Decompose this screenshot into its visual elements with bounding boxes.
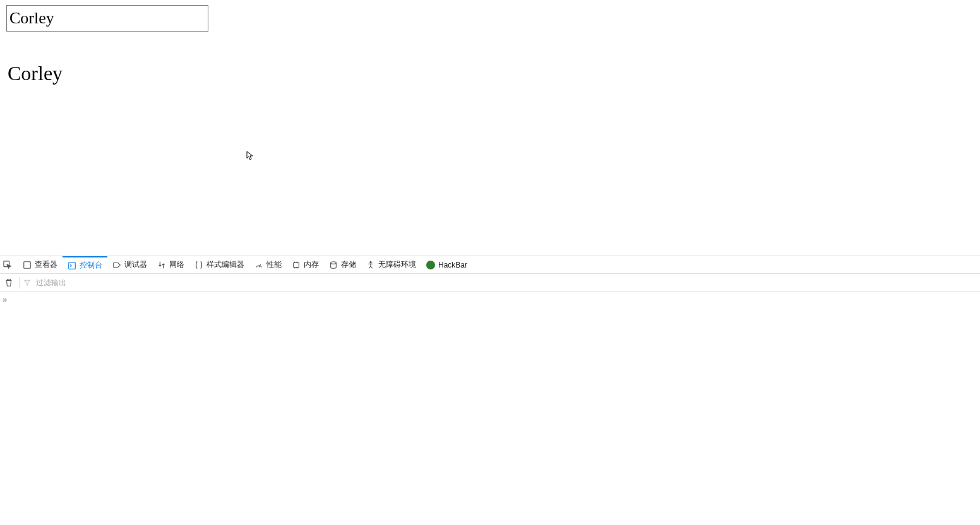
tab-network[interactable]: 网络 <box>152 256 189 273</box>
tab-console[interactable]: 控制台 <box>63 256 107 273</box>
prompt-chevrons-icon: » <box>3 295 6 304</box>
svg-rect-2 <box>69 262 76 269</box>
console-filter-input[interactable] <box>36 274 980 291</box>
tab-label: 查看器 <box>35 259 57 270</box>
storage-icon <box>329 261 338 269</box>
tab-label: 网络 <box>169 259 184 270</box>
filter-icon <box>23 278 32 287</box>
tab-label: 内存 <box>304 259 319 270</box>
tab-accessibility[interactable]: 无障碍环境 <box>361 256 421 273</box>
tab-label: 样式编辑器 <box>206 259 244 270</box>
inspector-icon <box>23 261 32 269</box>
network-icon <box>157 261 166 269</box>
text-input[interactable] <box>6 5 208 32</box>
svg-point-5 <box>370 261 372 263</box>
tab-label: 无障碍环境 <box>378 259 416 270</box>
tab-debugger[interactable]: 调试器 <box>107 256 152 273</box>
accessibility-icon <box>366 261 375 269</box>
tab-label: 存储 <box>341 259 356 270</box>
svg-rect-1 <box>24 261 31 268</box>
svg-point-4 <box>331 261 337 264</box>
tab-style-editor[interactable]: 样式编辑器 <box>189 256 249 273</box>
tab-performance[interactable]: 性能 <box>249 256 287 273</box>
console-prompt-row[interactable]: » <box>0 292 980 307</box>
tab-hackbar[interactable]: HackBar <box>421 256 472 273</box>
svg-rect-3 <box>294 262 299 267</box>
devtools-panel: 查看器 控制台 调试器 <box>0 256 980 525</box>
style-editor-icon <box>194 261 203 269</box>
divider <box>19 277 20 288</box>
tab-label: 调试器 <box>124 259 147 270</box>
tab-storage[interactable]: 存储 <box>324 256 361 273</box>
tab-inspector[interactable]: 查看器 <box>18 256 63 273</box>
performance-icon <box>254 261 263 269</box>
console-icon <box>68 261 76 270</box>
devtools-tabs: 查看器 控制台 调试器 <box>0 256 980 274</box>
debugger-icon <box>112 261 121 269</box>
clear-console-button[interactable] <box>3 276 15 289</box>
memory-icon <box>292 261 301 269</box>
cursor-icon <box>246 151 255 162</box>
tab-label: HackBar <box>438 261 467 269</box>
console-filter-bar <box>0 274 980 292</box>
display-text: Corley <box>8 62 974 85</box>
page-content: Corley <box>0 0 980 90</box>
element-picker-button[interactable] <box>1 259 14 271</box>
tab-label: 控制台 <box>80 260 102 271</box>
hackbar-icon <box>426 261 435 269</box>
tab-label: 性能 <box>266 259 282 270</box>
tab-memory[interactable]: 内存 <box>287 256 324 273</box>
